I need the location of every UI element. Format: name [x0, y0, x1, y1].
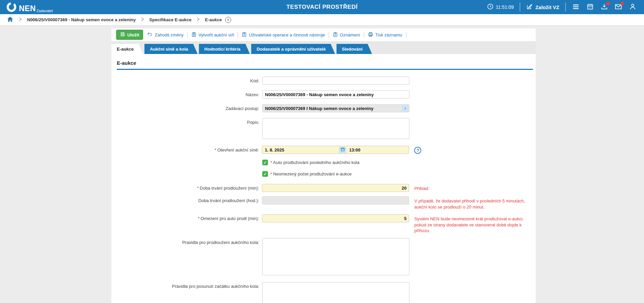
priklad-note-text-2: Systém NEN bude neomezeně krát prodlužov…: [414, 214, 533, 234]
open-reference-button[interactable]: ›: [402, 105, 409, 112]
pravidla-prodlouzeni-field[interactable]: [262, 238, 409, 275]
chevron-right-icon: [196, 17, 200, 23]
required-marker: *: [198, 216, 199, 221]
auto-prodluzovani-label: *Auto prodlužování posledního aukčního k…: [270, 160, 359, 165]
tab-aukcni-sine-a-kola[interactable]: Aukční síně a kola: [144, 44, 197, 54]
notification-badge: [606, 2, 610, 5]
record-toolbar: Uložit Zahodit změny Vytvořit aukční síň…: [111, 28, 536, 41]
clipboard-icon: [333, 32, 338, 38]
menu-button[interactable]: [572, 3, 580, 11]
otevreni-date-value[interactable]: 1. 8. 2025: [265, 147, 284, 153]
zadavaci-postup-field: N006/25/V00007369 I Nákup semen ovoce a …: [262, 104, 409, 112]
neomezeny-pocet-checkbox[interactable]: ✓: [262, 171, 268, 177]
calendar-icon: [341, 147, 345, 153]
chevron-right-icon: [18, 17, 22, 23]
help-icon[interactable]: ?: [414, 147, 421, 154]
main-panel: Uložit Zahodit změny Vytvořit aukční síň…: [111, 28, 536, 303]
announcement-button[interactable]: Oznámení: [333, 32, 360, 38]
neomezeny-pocet-label: *Neomezený počet prodlužování e-aukce: [270, 171, 352, 176]
divider: [238, 32, 238, 38]
nen-logo-icon: [6, 2, 17, 12]
breadcrumb-item-procedure[interactable]: N006/25/V00007369 - Nákup semen ovoce a …: [27, 17, 136, 22]
divider: [565, 3, 566, 11]
popis-label: Popis:: [117, 118, 259, 125]
priklad-note: Příklad:: [414, 184, 533, 192]
notification-badge: [620, 2, 624, 5]
auto-prodluzovani-checkbox[interactable]: ✓: [262, 160, 268, 165]
undo-icon: [147, 32, 153, 38]
auto-prodluzovani-row: ✓ *Auto prodlužování posledního aukčního…: [262, 160, 533, 165]
calendar-button[interactable]: [586, 3, 594, 11]
breadcrumb-item-current: E-aukce: [205, 17, 222, 22]
doba-min-field[interactable]: [262, 184, 409, 192]
divider: [329, 32, 329, 38]
tab-sledovani[interactable]: Sledování: [337, 44, 372, 54]
chevron-right-icon: [140, 17, 144, 23]
create-auction-room-button[interactable]: Vytvořit aukční síň: [191, 32, 234, 38]
home-icon[interactable]: [7, 16, 14, 24]
pravidla-posunuti-field[interactable]: [262, 282, 409, 303]
section-header: E-aukce: [117, 60, 533, 70]
close-icon[interactable]: ×: [225, 17, 231, 23]
pravidla-prodlouzeni-label: Pravidla pro prodloužení aukčního kola:: [117, 238, 259, 245]
hamburger-icon: [572, 3, 580, 11]
brand-role-text: Zadavatel: [36, 9, 53, 13]
divider: [406, 32, 406, 38]
kod-label: Kód:: [117, 77, 259, 84]
otevreni-datetime-field[interactable]: 1. 8. 2025 13:00: [262, 146, 409, 154]
breadcrumb-item-specification[interactable]: Specifikace E-aukce: [149, 17, 191, 22]
clock-icon: [487, 3, 493, 11]
doba-min-label: *Doba trvání prodloužení (min):: [117, 184, 259, 191]
clipboard-icon: [242, 32, 247, 38]
tab-bar: E-aukce Aukční síně a kola Hodnotící kri…: [111, 41, 536, 54]
inbox-download-button[interactable]: [600, 3, 608, 11]
doba-hod-field: [262, 196, 409, 204]
zadavaci-postup-label: Zadávací postup:: [117, 104, 259, 111]
tab-e-aukce[interactable]: E-aukce: [111, 44, 143, 54]
tab-hodnotici-kriteria[interactable]: Hodnotící kritéria: [199, 44, 250, 54]
discard-changes-button[interactable]: Zahodit změny: [147, 32, 183, 38]
chevron-right-icon: ›: [405, 106, 406, 111]
page-title: E-aukce: [117, 60, 533, 66]
neomezeny-pocet-row: ✓ *Neomezený počet prodlužování e-aukce: [262, 171, 533, 177]
user-operations-button[interactable]: Uživatelské operace a činnosti nástroje: [242, 32, 325, 38]
user-profile-button[interactable]: [628, 3, 637, 11]
tab-dodavatele-a-opravneni-uzivatele[interactable]: Dodavatelé a oprávnění uživatelé: [251, 44, 335, 54]
printer-icon: [368, 32, 373, 38]
otevreni-time-value[interactable]: 13:00: [349, 147, 406, 153]
divider: [364, 32, 364, 38]
nazev-label: Název:: [117, 90, 259, 98]
tab-content: E-aukce Kód: Název: Zadávací postup: N00…: [111, 54, 536, 303]
kod-field[interactable]: [262, 77, 409, 85]
create-vz-button[interactable]: Založit VZ: [526, 3, 559, 11]
pravidla-posunuti-label: Pravidla pro posunutí začátku aukčního k…: [117, 282, 259, 289]
doba-hod-label: Doba trvání prodloužení (hod.):: [117, 196, 259, 203]
person-icon: [629, 3, 636, 11]
clipboard-gear-icon: [191, 32, 196, 38]
date-picker-button[interactable]: [339, 147, 346, 153]
required-marker: *: [197, 186, 199, 191]
omezeni-label: *Omezení pro auto prodl (min):: [117, 214, 259, 221]
popis-field[interactable]: [262, 118, 409, 139]
floppy-disk-icon: [120, 32, 125, 38]
divider: [187, 32, 188, 38]
save-button[interactable]: Uložit: [116, 30, 143, 40]
otevreni-label: *Otevření aukční síně:: [117, 146, 259, 153]
calendar-icon: [587, 3, 594, 11]
breadcrumb: N006/25/V00007369 - Nákup semen ovoce a …: [0, 14, 644, 26]
required-marker: *: [215, 147, 216, 153]
nazev-field[interactable]: [262, 90, 409, 99]
brand-text: NEN: [19, 5, 36, 12]
priklad-note-text-1: V případě, že dodavatel přihodí v posled…: [414, 196, 533, 210]
messages-button[interactable]: [614, 3, 622, 11]
print-record-button[interactable]: Tisk záznamu: [368, 32, 402, 38]
edit-icon: [526, 3, 533, 11]
omezeni-field[interactable]: [262, 214, 409, 222]
clock-time: 11:51:09: [496, 4, 514, 10]
top-header-bar: NEN Zadavatel TESTOVACÍ PROSTŘEDÍ 11:51:…: [0, 0, 644, 14]
divider: [520, 3, 520, 11]
clock-display: 11:51:09: [487, 3, 514, 11]
nen-logo[interactable]: NEN Zadavatel: [6, 2, 53, 12]
e-aukce-form: Kód: Název: Zadávací postup: N006/25/V00…: [117, 77, 533, 303]
